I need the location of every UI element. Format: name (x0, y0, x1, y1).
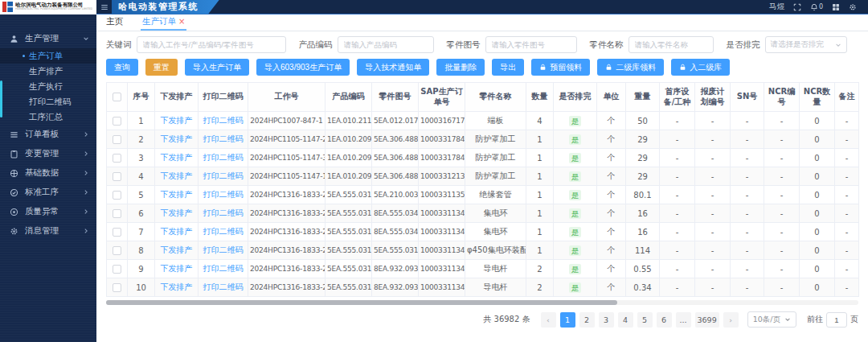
cell-dispatch: 下发排产 (155, 167, 199, 186)
print-qrcode-link[interactable]: 打印二维码 (203, 282, 244, 291)
sidebar-item-process-summary[interactable]: 工序汇总 (0, 109, 96, 125)
close-icon[interactable]: × (178, 18, 185, 26)
next-page-button[interactable]: › (723, 312, 739, 328)
export-button[interactable]: 导出 (492, 59, 524, 76)
bell-icon[interactable]: 0 (810, 3, 823, 11)
print-qrcode-link[interactable]: 打印二维码 (203, 171, 244, 180)
dispatch-link[interactable]: 下发排产 (161, 153, 193, 162)
print-qrcode-link[interactable]: 打印二维码 (203, 190, 244, 199)
horizontal-scrollbar-thumb[interactable] (106, 300, 617, 305)
page-size-select[interactable]: 10条/页 (747, 311, 796, 328)
cell-select (107, 167, 128, 186)
horizontal-scrollbar[interactable] (106, 300, 858, 305)
schedule-complete-select[interactable]: 请选择是否排完 (765, 36, 847, 53)
row-checkbox[interactable] (113, 209, 121, 218)
more-pages-button[interactable]: ... (676, 312, 691, 328)
settings-gear-icon[interactable] (849, 3, 857, 11)
sidebar-scrollbar[interactable] (0, 80, 2, 117)
sidebar-item-change-management[interactable]: 变更管理 (0, 144, 96, 163)
page-button-2[interactable]: 2 (579, 312, 595, 328)
print-qrcode-link[interactable]: 打印二维码 (203, 134, 244, 143)
print-qrcode-link[interactable]: 打印二维码 (203, 264, 244, 273)
collapse-sidebar-icon[interactable] (100, 3, 108, 11)
page-button-3699[interactable]: 3699 (695, 312, 719, 328)
row-checkbox[interactable] (113, 154, 121, 163)
row-checkbox[interactable] (113, 246, 121, 255)
row-checkbox[interactable] (113, 135, 121, 144)
dispatch-link[interactable]: 下发排产 (161, 134, 193, 143)
goto-page-input[interactable] (826, 312, 847, 328)
sidebar-item-production-scheduling[interactable]: 生产排产 (0, 64, 96, 79)
apps-grid-icon[interactable] (832, 3, 840, 11)
sidebar-item-label: 订单看板 (25, 129, 59, 140)
batch-delete-button[interactable]: 批量删除 (436, 59, 485, 76)
chevron-right-icon (83, 228, 89, 234)
dispatch-link[interactable]: 下发排产 (161, 264, 193, 273)
row-checkbox[interactable] (113, 191, 121, 200)
import-tech-notice-button[interactable]: 导入技术通知单 (357, 59, 429, 76)
row-checkbox[interactable] (113, 172, 121, 181)
sidebar-item-quality-exception[interactable]: 质量异常 (0, 202, 96, 221)
dispatch-link[interactable]: 下发排产 (161, 116, 193, 125)
page-button-3[interactable]: 3 (599, 312, 614, 328)
sidebar-item-production-management[interactable]: 生产管理 (0, 29, 96, 48)
page-button-4[interactable]: 4 (618, 312, 633, 328)
secondary-store-pick-button[interactable]: 二级库领料 (597, 59, 664, 76)
part-name-input[interactable] (628, 36, 714, 53)
page-button-6[interactable]: 6 (657, 312, 672, 328)
row-checkbox[interactable] (113, 265, 121, 274)
sidebar-item-order-board[interactable]: 订单看板 (0, 125, 96, 144)
prev-page-button[interactable]: ‹ (541, 312, 556, 328)
query-button[interactable]: 查询 (106, 59, 138, 76)
schedule-complete-badge: 是 (569, 153, 582, 163)
cell-sn-no: - (731, 167, 764, 186)
into-secondary-store-button[interactable]: 入二级库 (671, 59, 730, 76)
filter-row: 关键词产品编码零件图号零件名称是否排完请选择是否排完 (106, 36, 858, 53)
cell-scrap-plan-no: - (695, 260, 731, 278)
import-production-order-button[interactable]: 导入生产订单 (185, 59, 249, 76)
keyword-input[interactable] (137, 36, 286, 53)
cell-sn-no: - (731, 260, 764, 278)
cell-ncr-qty: 0 (800, 278, 835, 297)
sidebar-item-production-execution[interactable]: 生产执行 (0, 79, 96, 94)
reserve-material-button[interactable]: 预留领料 (531, 59, 590, 76)
dispatch-link[interactable]: 下发排产 (161, 245, 193, 254)
dispatch-link[interactable]: 下发排产 (161, 282, 193, 291)
sidebar-item-print-qrcode[interactable]: 打印二维码 (0, 94, 96, 109)
print-qrcode-link[interactable]: 打印二维码 (203, 116, 244, 125)
fullscreen-icon[interactable] (793, 3, 801, 11)
sidebar-item-message-management[interactable]: 消息管理 (0, 221, 96, 241)
dispatch-link[interactable]: 下发排产 (161, 208, 193, 217)
sidebar-item-standard-process[interactable]: 标准工序 (0, 183, 96, 202)
page-button-1[interactable]: 1 (560, 312, 575, 328)
tab-home[interactable]: 主页 (104, 14, 125, 31)
sidebar-menu: 生产管理生产订单生产排产生产执行打印二维码工序汇总订单看板变更管理基础数据标准工… (0, 14, 96, 241)
import-603-903-order-button[interactable]: 导入603/903生产订单 (256, 59, 350, 76)
product-code-input[interactable] (338, 36, 434, 53)
part-drawing-no-input[interactable] (485, 36, 577, 53)
tab-production-order[interactable]: 生产订单 × (141, 14, 186, 31)
reset-button[interactable]: 重置 (145, 59, 178, 76)
select-all-checkbox[interactable] (113, 93, 121, 101)
print-qrcode-link[interactable]: 打印二维码 (203, 227, 244, 236)
print-qrcode-link[interactable]: 打印二维码 (203, 208, 244, 217)
dispatch-link[interactable]: 下发排产 (161, 190, 193, 199)
print-qrcode-link[interactable]: 打印二维码 (203, 245, 244, 254)
row-checkbox[interactable] (113, 283, 121, 292)
dispatch-link[interactable]: 下发排产 (161, 171, 193, 180)
cell-weight: 29 (626, 149, 660, 167)
row-checkbox[interactable] (113, 117, 121, 126)
print-qrcode-link[interactable]: 打印二维码 (203, 153, 244, 162)
main-area: 主页 生产订单 × 关键词产品编码零件图号零件名称是否排完请选择是否排完 查询重… (96, 14, 868, 342)
sidebar-item-production-order[interactable]: 生产订单 (0, 48, 96, 64)
cell-ncr-qty: 0 (800, 260, 835, 278)
username[interactable]: 马煜 (769, 2, 784, 12)
notification-count: 0 (819, 3, 823, 10)
page-button-5[interactable]: 5 (637, 312, 653, 328)
dispatch-link[interactable]: 下发排产 (161, 227, 193, 236)
sidebar-item-base-data[interactable]: 基础数据 (0, 163, 96, 183)
cell-index: 8 (128, 241, 155, 260)
cell-part-name: 防护罩加工 (465, 149, 526, 167)
cell-select (107, 260, 128, 278)
row-checkbox[interactable] (113, 228, 121, 237)
